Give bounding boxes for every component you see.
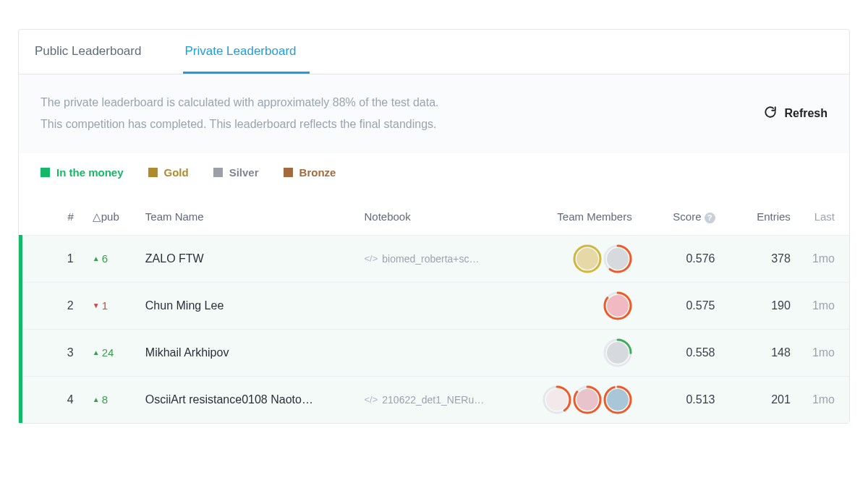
legend-gold: Gold xyxy=(148,166,189,179)
swatch-money xyxy=(41,168,50,177)
notebook-cell xyxy=(359,329,510,376)
tab-private-leaderboard[interactable]: Private Leaderboard xyxy=(183,30,309,74)
avatar[interactable] xyxy=(542,385,571,414)
arrow-up-icon: ▲ xyxy=(93,348,100,356)
arrow-up-icon: ▲ xyxy=(93,395,100,403)
team-name[interactable]: Chun Ming Lee xyxy=(140,282,359,329)
avatar[interactable] xyxy=(603,385,632,414)
col-header-last[interactable]: Last xyxy=(796,190,849,236)
delta-cell: ▲24 xyxy=(87,329,140,376)
rank-cell: 4 xyxy=(21,376,87,423)
svg-point-1 xyxy=(574,246,600,272)
legend-bronze: Bronze xyxy=(284,166,336,179)
avatar[interactable] xyxy=(603,244,632,273)
notebook-cell[interactable]: </>210622_det1_NERu… xyxy=(359,376,510,423)
members-cell xyxy=(509,282,637,329)
col-header-team[interactable]: Team Name xyxy=(140,190,359,236)
team-name[interactable]: ZALO FTW xyxy=(140,235,359,282)
avatar[interactable] xyxy=(573,244,602,273)
refresh-icon xyxy=(764,106,777,121)
notebook-cell[interactable]: </>biomed_roberta+sc… xyxy=(359,235,510,282)
help-icon[interactable]: ? xyxy=(705,213,715,223)
col-header-notebook[interactable]: Notebook xyxy=(359,190,510,236)
arrow-down-icon: ▼ xyxy=(93,301,100,309)
rank-cell: 1 xyxy=(21,235,87,282)
team-name[interactable]: OsciiArt resistance0108 Naoto… xyxy=(140,376,359,423)
avatar[interactable] xyxy=(573,385,602,414)
leaderboard-table: # △pub Team Name Notebook Team Members S… xyxy=(19,190,849,423)
col-header-members[interactable]: Team Members xyxy=(509,190,637,236)
entries-cell: 201 xyxy=(721,376,796,423)
tab-public-leaderboard[interactable]: Public Leaderboard xyxy=(33,30,154,74)
info-line-1: The private leaderboard is calculated wi… xyxy=(41,92,439,114)
avatar[interactable] xyxy=(603,291,632,320)
score-cell: 0.576 xyxy=(638,235,721,282)
swatch-silver xyxy=(213,168,223,177)
swatch-gold xyxy=(148,168,158,177)
col-header-rank[interactable]: # xyxy=(21,190,87,236)
legend: In the money Gold Silver Bronze xyxy=(19,153,849,190)
score-cell: 0.575 xyxy=(638,282,721,329)
avatar[interactable] xyxy=(603,338,632,367)
swatch-bronze xyxy=(284,168,293,177)
tabs: Public Leaderboard Private Leaderboard xyxy=(19,30,849,74)
team-name[interactable]: Mikhail Arkhipov xyxy=(140,329,359,376)
svg-point-13 xyxy=(605,387,631,413)
code-icon: </> xyxy=(365,394,378,405)
last-cell: 1mo xyxy=(796,282,849,329)
col-header-delta[interactable]: △pub xyxy=(87,190,140,236)
last-cell: 1mo xyxy=(796,329,849,376)
last-cell: 1mo xyxy=(796,235,849,282)
members-cell xyxy=(509,329,637,376)
entries-cell: 148 xyxy=(721,329,796,376)
legend-in-the-money: In the money xyxy=(41,166,124,179)
legend-silver: Silver xyxy=(213,166,259,179)
col-header-score[interactable]: Score? xyxy=(638,190,721,236)
table-row[interactable]: 4▲8OsciiArt resistance0108 Naoto…</>2106… xyxy=(21,376,850,423)
score-cell: 0.513 xyxy=(638,376,721,423)
arrow-up-icon: ▲ xyxy=(93,254,100,262)
members-cell xyxy=(509,235,637,282)
table-row[interactable]: 3▲24Mikhail Arkhipov0.5581481mo xyxy=(21,329,850,376)
entries-cell: 190 xyxy=(721,282,796,329)
rank-cell: 2 xyxy=(21,282,87,329)
entries-cell: 378 xyxy=(721,235,796,282)
notebook-cell xyxy=(359,282,510,329)
col-header-entries[interactable]: Entries xyxy=(721,190,796,236)
delta-cell: ▲8 xyxy=(87,376,140,423)
table-row[interactable]: 1▲6ZALO FTW</>biomed_roberta+sc…0.576378… xyxy=(21,235,850,282)
code-icon: </> xyxy=(365,253,378,264)
members-cell xyxy=(509,376,637,423)
table-row[interactable]: 2▼1Chun Ming Lee0.5751901mo xyxy=(21,282,850,329)
score-cell: 0.558 xyxy=(638,329,721,376)
delta-cell: ▲6 xyxy=(87,235,140,282)
info-text: The private leaderboard is calculated wi… xyxy=(41,92,439,136)
info-line-2: This competition has completed. This lea… xyxy=(41,114,439,135)
refresh-button[interactable]: Refresh xyxy=(764,106,827,121)
last-cell: 1mo xyxy=(796,376,849,423)
refresh-label: Refresh xyxy=(784,107,827,120)
delta-cell: ▼1 xyxy=(87,282,140,329)
info-bar: The private leaderboard is calculated wi… xyxy=(19,74,849,153)
rank-cell: 3 xyxy=(21,329,87,376)
